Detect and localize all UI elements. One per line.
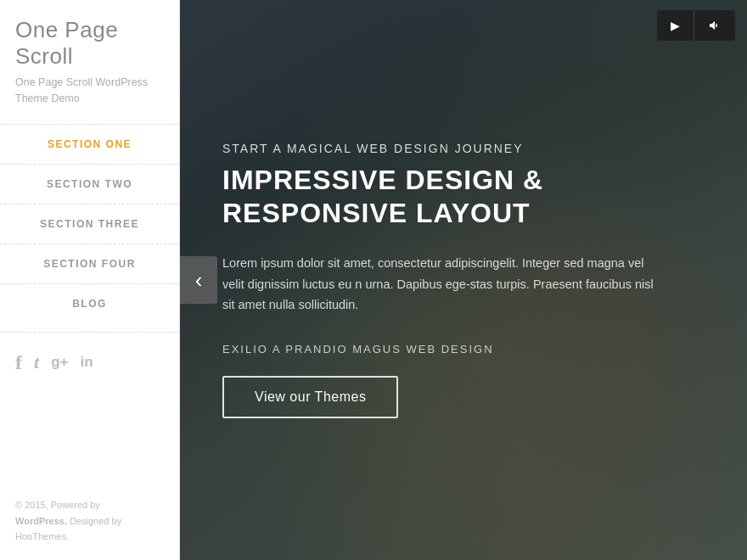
play-button[interactable]: ▶ — [657, 10, 694, 41]
sidebar-footer: © 2015, Powered by WordPress. Designed b… — [0, 489, 179, 560]
back-arrow-icon: ‹ — [195, 269, 203, 291]
hero-content: START A MAGICAL WEB DESIGN JOURNEY IMPRE… — [180, 0, 747, 560]
hero-heading: IMPRESSIVE DESIGN & RESPONSIVE LAYOUT — [222, 164, 696, 229]
volume-icon — [708, 19, 722, 32]
volume-button[interactable] — [694, 10, 735, 41]
hero-subtitle: START A MAGICAL WEB DESIGN JOURNEY — [222, 142, 696, 155]
hero-exilio: EXILIO A PRANDIO MAGUS WEB DESIGN — [222, 343, 696, 356]
sidebar-item-section-four[interactable]: SECTION FOUR — [0, 244, 179, 284]
cta-button[interactable]: View our Themes — [222, 376, 398, 418]
sidebar-item-section-three[interactable]: SECTION THREE — [0, 204, 179, 244]
sidebar: One Page Scroll One Page Scroll WordPres… — [0, 0, 180, 560]
social-links: f t g+ in — [0, 333, 179, 383]
media-controls: ▶ — [657, 10, 735, 41]
linkedin-icon[interactable]: in — [80, 354, 93, 371]
main-content: ▶ ‹ START A MAGICAL WEB DESIGN JOURNEY I… — [180, 0, 747, 560]
site-title: One Page Scroll — [0, 0, 179, 75]
google-plus-icon[interactable]: g+ — [51, 354, 68, 371]
twitter-icon[interactable]: t — [34, 351, 39, 373]
sidebar-item-blog[interactable]: BLOG — [0, 284, 179, 323]
sidebar-item-section-one[interactable]: SECTION ONE — [0, 125, 179, 165]
back-button[interactable]: ‹ — [180, 256, 217, 304]
hero-body: Lorem ipsum dolor sit amet, consectetur … — [222, 253, 664, 316]
sidebar-item-section-two[interactable]: SECTION TWO — [0, 165, 179, 204]
site-subtitle: One Page Scroll WordPress Theme Demo — [0, 75, 179, 124]
facebook-icon[interactable]: f — [15, 351, 22, 374]
